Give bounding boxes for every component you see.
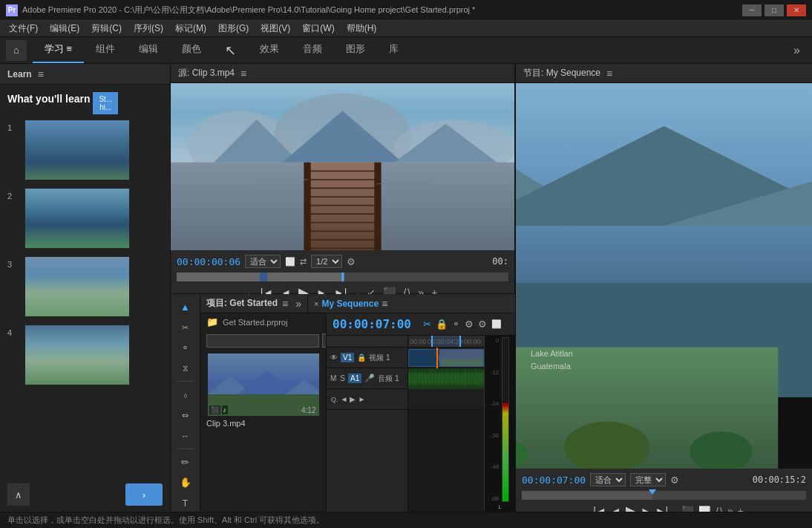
tool-ripple-edit[interactable]: ⚬ [175, 339, 196, 356]
menu-file[interactable]: 文件(F) [3, 21, 44, 36]
tab-color[interactable]: 颜色 [170, 38, 213, 63]
tool-selection[interactable]: ▲ [175, 299, 196, 316]
tab-components[interactable]: 组件 [84, 38, 127, 63]
program-step-back-button[interactable]: |◄ [593, 505, 606, 512]
track-a1-mute-button[interactable]: M [330, 374, 337, 383]
tab-audio[interactable]: 音频 [291, 38, 334, 63]
program-frame-forward-button[interactable]: ► [641, 505, 651, 512]
menu-help[interactable]: 帮助(H) [341, 21, 383, 36]
volume-back-button[interactable]: ◄ [341, 395, 348, 403]
timeline-ruler[interactable]: 00:00 00:00:04:23 00:00: [408, 336, 484, 348]
program-progress-bar[interactable] [522, 491, 806, 500]
timeline-track-a1[interactable] [408, 368, 484, 389]
menu-sequence[interactable]: 序列(S) [128, 21, 169, 36]
tool-forward-select[interactable]: ✂ [175, 319, 196, 336]
seq-tool-sync-button[interactable]: ⚬ [452, 319, 460, 330]
menu-edit[interactable]: 编辑(E) [44, 21, 85, 36]
source-end-time: 00: [492, 256, 508, 267]
source-playhead [341, 273, 344, 281]
menu-window[interactable]: 窗口(W) [296, 21, 340, 36]
source-fraction-select[interactable]: 1/2 [311, 255, 342, 268]
track-v1-label[interactable]: V1 [341, 353, 354, 362]
program-full-select[interactable]: 完整 [630, 473, 666, 486]
seq-tool-link-button[interactable]: ✂ [423, 319, 431, 330]
tool-pen[interactable]: ✏ [175, 454, 196, 471]
home-button[interactable]: ⌂ [6, 40, 27, 61]
project-clip-thumbnail[interactable]: 4:12 ⬛ ♪ [208, 353, 319, 416]
menu-marker[interactable]: 标记(M) [169, 21, 212, 36]
minimize-button[interactable]: ─ [742, 4, 762, 16]
volume-play-button[interactable]: ▶ [350, 395, 356, 403]
program-lift-button[interactable]: ⬛ [681, 506, 694, 512]
volume-forward-button[interactable]: ► [358, 395, 365, 403]
source-progress-bar[interactable] [177, 273, 508, 281]
seq-tool-snap-button[interactable]: ⚙ [465, 319, 474, 330]
program-settings-icon[interactable]: ⚙ [670, 475, 679, 486]
close-button[interactable]: ✕ [787, 4, 806, 16]
clip-next[interactable] [439, 349, 484, 367]
seq-tool-settings-button[interactable]: ⚙ [478, 319, 487, 330]
program-monitor-menu[interactable]: ≡ [606, 68, 612, 79]
track-v1-lock-button[interactable]: 🔒 [356, 353, 367, 362]
source-frame-icon: ⬜ [285, 257, 295, 267]
program-timecode[interactable]: 00:00:07:00 [522, 475, 586, 486]
learn-thumb-4[interactable] [25, 325, 129, 385]
source-video-area [171, 83, 514, 250]
source-fit-select[interactable]: 适合 [245, 255, 281, 268]
seq-tool-lock-button[interactable]: 🔒 [436, 319, 448, 330]
timeline-track-v1[interactable]: Returning Home [408, 348, 484, 368]
tool-slip[interactable]: ⇔ [175, 407, 196, 424]
source-monitor-menu[interactable]: ≡ [240, 68, 246, 79]
tool-hand[interactable]: ✋ [175, 474, 196, 491]
program-export-button[interactable]: ⟨⟩ [716, 506, 723, 512]
track-a1-solo-button[interactable]: S [339, 374, 346, 383]
program-frame-back-button[interactable]: ◄ [611, 505, 621, 512]
learn-thumb-3[interactable] [25, 257, 129, 316]
tab-effects[interactable]: 效果 [248, 38, 291, 63]
learn-prev-button[interactable]: ∧ [7, 483, 30, 506]
program-playhead-marker [649, 489, 656, 495]
tool-rate-stretch[interactable]: ⧖ [175, 359, 196, 377]
program-extract-button[interactable]: ⬜ [698, 506, 711, 512]
sequence-panel-title: My Sequence [321, 299, 379, 309]
learn-panel-menu[interactable]: ≡ [38, 68, 44, 80]
cursor-indicator: ↖ [213, 38, 248, 63]
seq-tool-markers-button[interactable]: ⬜ [491, 319, 502, 330]
program-step-forward-button[interactable]: ►| [655, 505, 669, 512]
tab-learn[interactable]: 学习 ≡ [33, 38, 84, 63]
program-play-button[interactable]: ▶ [626, 503, 636, 512]
track-v1-eye-button[interactable]: 👁 [330, 353, 338, 362]
tab-edit[interactable]: 编辑 [127, 38, 170, 63]
sequence-timecode[interactable]: 00:00:07:00 [333, 317, 411, 331]
maximize-button[interactable]: □ [764, 4, 784, 16]
program-mark-out-button[interactable]: ⌟ [672, 506, 677, 512]
menu-graphic[interactable]: 图形(G) [212, 21, 255, 36]
sequence-close-icon[interactable]: × [314, 299, 318, 308]
learn-thumb-1[interactable] [25, 120, 129, 180]
source-settings-icon[interactable]: ⚙ [347, 256, 356, 267]
ruler-mark-0: 00:00 [410, 338, 427, 345]
tool-zoom[interactable]: T [175, 495, 196, 512]
program-add-button[interactable]: + [738, 506, 744, 512]
source-timecode[interactable]: 00:00:00:06 [177, 256, 240, 267]
tab-library[interactable]: 库 [377, 38, 410, 63]
track-a1-mic-button[interactable]: 🎤 [364, 373, 376, 384]
menu-view[interactable]: 视图(V) [255, 21, 296, 36]
program-mark-in-button[interactable]: ⌞ [584, 506, 589, 512]
program-more-button[interactable]: » [727, 505, 733, 512]
menu-clip[interactable]: 剪辑(C) [85, 21, 128, 36]
tool-slide[interactable]: ↔ [175, 427, 196, 444]
tab-graphics[interactable]: 图形 [334, 38, 377, 63]
workspace-bar: ⌂ 学习 ≡ 组件 编辑 颜色 ↖ 效果 音频 图形 库 » [0, 37, 812, 64]
learn-next-button[interactable]: › [125, 483, 163, 506]
track-a1-label[interactable]: A1 [348, 374, 361, 383]
start-here-button[interactable]: St...hi... [93, 92, 118, 114]
project-search-input[interactable] [206, 334, 319, 348]
tool-razor[interactable]: ⬨ [175, 386, 196, 403]
program-fit-select[interactable]: 适合 [590, 473, 626, 486]
learn-thumb-2[interactable] [25, 189, 129, 248]
project-panel-more-icon[interactable]: » [295, 298, 301, 310]
more-workspaces-button[interactable]: » [788, 44, 806, 57]
project-panel-menu-icon[interactable]: ≡ [282, 298, 288, 310]
sequence-panel-menu-icon[interactable]: ≡ [382, 298, 387, 310]
